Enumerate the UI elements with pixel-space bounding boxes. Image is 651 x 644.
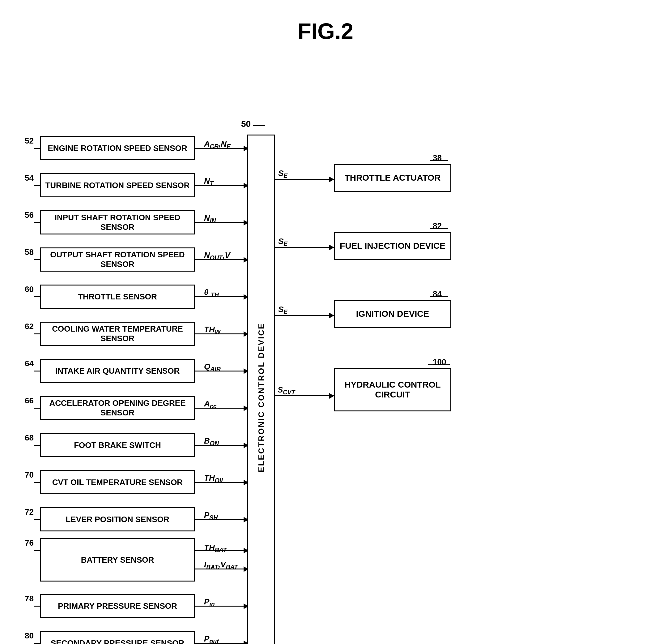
tick-60	[34, 296, 40, 297]
arrow-68	[195, 445, 248, 446]
arrow-72	[195, 519, 248, 520]
ref-52: 52	[25, 136, 34, 146]
arrow-62	[195, 333, 248, 334]
tick-58	[34, 259, 40, 260]
sensor-accelerator: ACCELERATOR OPENING DEGREE SENSOR	[40, 396, 195, 420]
sensor-input-shaft: INPUT SHAFT ROTATION SPEED SENSOR	[40, 210, 195, 234]
arrow-66	[195, 408, 248, 409]
tick-72	[34, 519, 40, 520]
ref-72: 72	[25, 507, 34, 517]
ref-38: 38	[433, 153, 442, 163]
tick-52	[34, 148, 40, 149]
arrow-78	[195, 606, 248, 607]
ref-78: 78	[25, 594, 34, 604]
arrow-80	[195, 643, 248, 644]
hydraulic-line2: CIRCUIT	[375, 390, 410, 400]
arrow-70	[195, 482, 248, 483]
ref82-line	[430, 228, 448, 229]
ref-84: 84	[433, 289, 442, 299]
sensor-turbine-rotation: TURBINE ROTATION SPEED SENSOR	[40, 173, 195, 197]
ref50-line	[253, 125, 265, 126]
tick-66	[34, 408, 40, 409]
ref-64: 64	[25, 359, 34, 369]
tick-70	[34, 482, 40, 483]
ref38-line	[430, 160, 448, 161]
arrow-76a	[195, 550, 248, 551]
hydraulic-line1: HYDRAULIC CONTROL	[344, 380, 440, 390]
tick-78	[34, 606, 40, 607]
ref-100: 100	[433, 357, 446, 367]
signal-se-38: SE	[278, 169, 287, 179]
tick-54	[34, 185, 40, 186]
sensor-engine-rotation: ENGINE ROTATION SPEED SENSOR	[40, 136, 195, 160]
sensor-lever-position: LEVER POSITION SENSOR	[40, 507, 195, 531]
ref-60: 60	[25, 285, 34, 294]
ref-80: 80	[25, 631, 34, 641]
signal-se-84: SE	[278, 305, 287, 316]
ref-50: 50	[241, 119, 251, 129]
ref84-line	[430, 296, 448, 297]
ref100-line	[428, 364, 450, 365]
signal-scvt: SCVT	[278, 385, 295, 396]
sensor-cooling-water: COOLING WATER TEMPERATURE SENSOR	[40, 322, 195, 346]
ref-58: 58	[25, 247, 34, 257]
output-hydraulic-control: HYDRAULIC CONTROL CIRCUIT	[334, 368, 451, 411]
ref-82: 82	[433, 221, 442, 231]
tick-80	[34, 643, 40, 644]
sensor-battery: BATTERY SENSOR	[40, 538, 195, 582]
arrow-56	[195, 222, 248, 223]
signal-se-82: SE	[278, 237, 287, 247]
tick-76	[34, 550, 40, 551]
ref-68: 68	[25, 433, 34, 443]
sensor-secondary-pressure: SECONDARY PRESSURE SENSOR	[40, 631, 195, 644]
output-throttle-actuator: THROTTLE ACTUATOR	[334, 164, 451, 192]
sensor-cvt-oil: CVT OIL TEMPERATURE SENSOR	[40, 470, 195, 494]
arrow-52	[195, 148, 248, 149]
sensor-primary-pressure: PRIMARY PRESSURE SENSOR	[40, 594, 195, 618]
ref-56: 56	[25, 210, 34, 220]
ecd-label: ELECTRONIC CONTROL DEVICE	[256, 323, 266, 472]
ref-66: 66	[25, 396, 34, 406]
arrow-58	[195, 259, 248, 260]
figure-title: FIG.2	[0, 0, 651, 56]
ref-70: 70	[25, 470, 34, 480]
output-fuel-injection: FUEL INJECTION DEVICE	[334, 232, 451, 260]
ref-54: 54	[25, 173, 34, 183]
output-ignition-device: IGNITION DEVICE	[334, 300, 451, 328]
page-container: FIG.2 ENGINE ROTATION SPEED SENSOR 52 TU…	[0, 0, 651, 644]
tick-62	[34, 333, 40, 334]
arrow-64	[195, 371, 248, 372]
signal-thbat: THBAT	[204, 543, 226, 554]
ref-62: 62	[25, 322, 34, 331]
arrow-60	[195, 296, 248, 297]
sensor-output-shaft: OUTPUT SHAFT ROTATION SPEED SENSOR	[40, 247, 195, 271]
ref-76: 76	[25, 538, 34, 548]
ecd-box: ELECTRONIC CONTROL DEVICE	[247, 135, 275, 644]
sensor-throttle: THROTTLE SENSOR	[40, 285, 195, 309]
tick-68	[34, 445, 40, 446]
tick-56	[34, 222, 40, 223]
sensor-intake-air: INTAKE AIR QUANTITY SENSOR	[40, 359, 195, 383]
sensor-foot-brake: FOOT BRAKE SWITCH	[40, 433, 195, 457]
arrow-76b	[195, 568, 248, 569]
arrow-54	[195, 185, 248, 186]
tick-64	[34, 371, 40, 372]
